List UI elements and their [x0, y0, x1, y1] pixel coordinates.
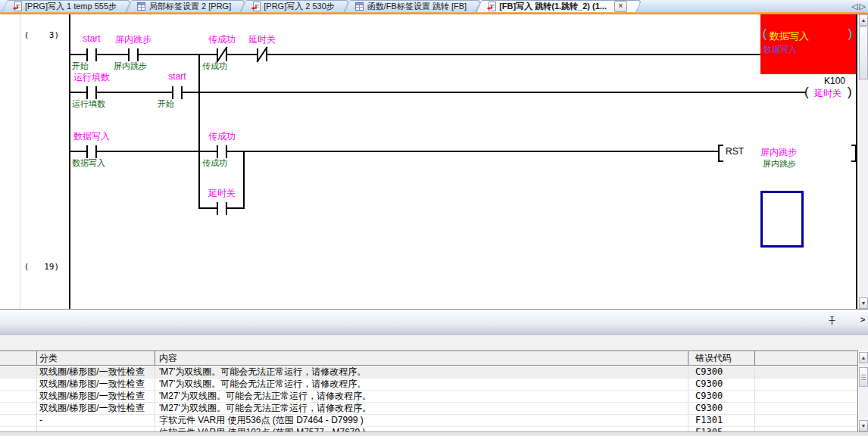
column-divider [688, 366, 688, 431]
scroll-up-button[interactable]: ▲ [859, 352, 868, 363]
tab-label: 函数/FB标签设置 跳转 [FB] [367, 1, 467, 12]
rst-operand: 屏内跳步 [760, 146, 797, 159]
contact-bar [226, 145, 227, 158]
cell-category: 双线圈/梯形图/一致性检查 [39, 391, 153, 402]
column-header-content: 内容 [159, 351, 177, 365]
column-divider [155, 366, 155, 431]
rung-step-number: ( 3) [23, 30, 59, 40]
tab-label: [FB]写入 跳转(1.跳转_2) (1... [499, 1, 607, 12]
contact-bar [217, 202, 218, 215]
contact-comment: 传成功 [202, 61, 293, 72]
cell-category: 双线圈/梯形图/一致性检查 [39, 403, 153, 414]
column-divider [36, 351, 37, 365]
column-divider [155, 351, 155, 365]
contact-bar [137, 48, 139, 61]
contact-comment: 运行填数 [72, 98, 163, 110]
scroll-down-button[interactable]: ▼ [859, 297, 868, 309]
cell-category: 双线圈/梯形图/一致性检查 [39, 378, 153, 390]
scroll-down-button[interactable]: ▼ [859, 420, 868, 431]
column-divider [36, 366, 37, 431]
coil-paren-close: ) [848, 85, 852, 100]
contact-label: start [168, 71, 186, 82]
contact-label: 运行填数 [73, 71, 110, 84]
scroll-tabs-left-button[interactable]: ◁ [851, 2, 859, 11]
column-divider [754, 366, 755, 431]
label-settings-icon [136, 2, 146, 11]
contact-bar [95, 48, 97, 61]
error-row[interactable]: 双线圈/梯形图/一致性检查 'M27'为双线圈。可能会无法正常运行，请修改程序。… [0, 403, 857, 415]
output-panel-toolbar-area [0, 335, 868, 351]
program-icon [486, 2, 496, 11]
cell-category: 双线圈/梯形图/一致性检查 [39, 366, 153, 378]
tab-fb-write-jump[interactable]: [FB]写入 跳转(1.跳转_2) (1... × [479, 0, 639, 12]
margin-line [20, 14, 20, 309]
wire-v-branch-left [198, 54, 200, 209]
coil-comment: 数据写入 [763, 44, 797, 55]
contact-label: 数据写入 [73, 130, 110, 143]
contact-bar [86, 145, 88, 158]
scrollbar-thumb[interactable] [859, 26, 868, 79]
error-row[interactable]: 双线圈/梯形图/一致性检查 'M7'为双线圈。可能会无法正常运行，请修改程序。 … [0, 378, 857, 391]
column-divider [688, 351, 688, 365]
horizontal-scrollbar-strip[interactable] [0, 431, 868, 436]
error-list-scrollbar[interactable]: ▲ ▼ [859, 352, 868, 431]
contact-bar [95, 86, 97, 99]
cell-content: 'M27'为双线圈。可能会无法正常运行，请修改程序。 [159, 391, 685, 402]
tab-prg-write-2[interactable]: [PRG]写入 2 530步 [243, 0, 347, 12]
tab-prg-write-1[interactable]: [PRG]写入 1 temp 555步 [5, 0, 129, 12]
contact-bar [95, 145, 97, 158]
coil-name: 数据写入 [770, 30, 809, 43]
tab-label: 局部标签设置 2 [PRG] [149, 1, 231, 12]
tab-label: [PRG]写入 2 530步 [264, 1, 335, 12]
label-settings-icon [354, 2, 364, 11]
ladder-editor[interactable]: ( 3) ( 19) start 开始 屏内跳步 屏内跳步 传成功 [0, 14, 868, 310]
contact-label: 延时关 [208, 187, 236, 200]
contact-label: 传成功 [208, 33, 236, 46]
error-row[interactable]: 双线圈/梯形图/一致性检查 'M7'为双线圈。可能会无法正常运行，请修改程序。 … [0, 366, 857, 378]
tab-close-button[interactable]: × [614, 1, 627, 12]
cell-error-code: C9300 [695, 403, 753, 414]
error-row[interactable]: 双线圈/梯形图/一致性检查 'M27'为双线圈。可能会无法正常运行，请修改程序。… [0, 391, 857, 403]
contact-bar [217, 145, 218, 158]
cell-category: - [39, 415, 153, 426]
tab-local-label-settings[interactable]: 局部标签设置 2 [PRG] [129, 0, 243, 12]
coil-delay-off[interactable]: 延时关 [814, 87, 841, 100]
tab-scroll-buttons: ◁▷ [851, 2, 867, 11]
cell-error-code: C9300 [695, 366, 753, 378]
contact-comment: 屏内跳步 [114, 61, 205, 72]
ladder-scrollbar[interactable]: ▲ ▼ [859, 14, 868, 309]
column-header-category: 分类 [39, 351, 58, 365]
scroll-tabs-right-button[interactable]: ▷ [860, 2, 867, 11]
tab-label: [PRG]写入 1 temp 555步 [25, 1, 117, 12]
contact-label: 屏内跳步 [115, 33, 151, 46]
contact-bar [226, 48, 227, 61]
error-row[interactable]: - 字软元件 VAR用 使用536点 (范围 D7464 - D7999 ) F… [0, 415, 857, 427]
tab-fb-label-settings[interactable]: 函数/FB标签设置 跳转 [FB] [347, 0, 479, 12]
cell-content: 字软元件 VAR用 使用536点 (范围 D7464 - D7999 ) [159, 415, 685, 426]
ladder-right-border [856, 14, 857, 309]
plc-editor-window: [PRG]写入 1 temp 555步 局部标签设置 2 [PRG] [PRG]… [0, 0, 868, 436]
wire-h-rung3 [70, 151, 720, 152]
scrollbar-thumb[interactable] [859, 367, 868, 387]
timer-constant: K100 [803, 76, 845, 86]
contact-bar [226, 202, 227, 215]
contact-label: start [83, 33, 100, 44]
thumb-grip [861, 377, 866, 378]
wire-h-rung1 [70, 54, 760, 55]
contact-bar [172, 86, 173, 99]
contact-label: 传成功 [208, 130, 236, 143]
contact-comment: 数据写入 [72, 157, 163, 169]
pin-icon[interactable] [828, 316, 836, 325]
program-icon [251, 2, 261, 11]
contact-bar [128, 48, 130, 61]
selection-cursor-box[interactable] [760, 191, 804, 248]
error-table-header: 分类 内容 错误代码 [0, 350, 857, 366]
contact-comment: 开始 [158, 98, 248, 110]
rst-mnemonic[interactable]: RST [726, 146, 744, 157]
document-tab-bar: [PRG]写入 1 temp 555步 局部标签设置 2 [PRG] [PRG]… [0, 0, 868, 12]
scroll-up-button[interactable]: ▲ [859, 14, 868, 26]
cell-error-code: C9300 [695, 378, 753, 390]
contact-comment: 传成功 [202, 157, 293, 169]
panel-overflow-chevron[interactable]: > [860, 315, 865, 324]
coil-data-write[interactable]: ( 数据写入 ) 数据写入 [760, 14, 856, 74]
